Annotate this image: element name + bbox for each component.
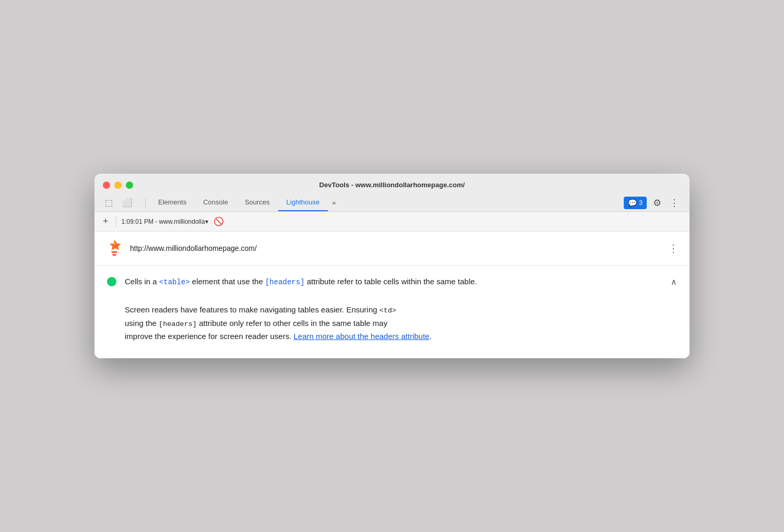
audit-title-part3: attribute refer to table cells within th… — [305, 277, 477, 286]
tabs-bar: ⬚ ⬜ Elements Console Sources Lighthouse … — [103, 194, 681, 211]
svg-rect-1 — [112, 251, 117, 253]
tab-icons: ⬚ ⬜ — [103, 196, 135, 210]
notifications-badge[interactable]: 💬 3 — [624, 197, 647, 209]
more-options-icon[interactable]: ⋮ — [668, 196, 681, 210]
titlebar: DevTools - www.milliondollarhomepage.com… — [94, 174, 690, 212]
desc-part2-prefix: using the — [125, 319, 159, 328]
settings-icon[interactable]: ⚙ — [651, 196, 663, 210]
chat-icon: 💬 — [628, 199, 637, 207]
select-icon[interactable]: ⬚ — [103, 196, 115, 210]
audit-description: Screen readers have features to make nav… — [94, 298, 690, 357]
badge-count: 3 — [639, 199, 643, 207]
window-title: DevTools - www.milliondollarhomepage.com… — [319, 181, 465, 189]
close-button[interactable] — [103, 182, 110, 189]
audit-title: Cells in a <table> element that use the … — [125, 276, 662, 288]
toolbar-divider — [116, 216, 116, 227]
audit-header[interactable]: Cells in a <table> element that use the … — [94, 265, 690, 298]
audit-title-part1: Cells in a — [125, 277, 159, 286]
report-url: http://www.milliondollarhomepage.com/ — [130, 244, 662, 252]
learn-more-link[interactable]: Learn more about the headers attribute — [294, 332, 430, 341]
desc-inline-code: [headers] — [159, 320, 197, 328]
device-icon[interactable]: ⬜ — [120, 196, 135, 210]
svg-marker-0 — [110, 240, 121, 250]
report-more-icon[interactable]: ⋮ — [668, 242, 679, 255]
traffic-lights — [103, 182, 133, 189]
svg-rect-2 — [112, 254, 116, 256]
audit-title-attr: [headers] — [265, 278, 305, 286]
tab-icon-divider — [145, 198, 146, 208]
tab-console[interactable]: Console — [195, 194, 236, 211]
audit-chevron-icon[interactable]: ∧ — [671, 277, 677, 287]
desc-code: <td> — [379, 307, 396, 315]
tab-elements[interactable]: Elements — [150, 194, 195, 211]
audit-title-tag: <table> — [159, 278, 190, 286]
tab-lighthouse[interactable]: Lighthouse — [278, 194, 328, 211]
tab-sources[interactable]: Sources — [236, 194, 278, 211]
report-row: http://www.milliondollarhomepage.com/ ⋮ — [94, 232, 690, 265]
more-tabs-button[interactable]: » — [328, 195, 340, 211]
devtools-window: DevTools - www.milliondollarhomepage.com… — [94, 174, 690, 358]
add-button[interactable]: + — [101, 215, 111, 228]
lighthouse-logo-icon — [105, 239, 124, 258]
desc-part1: Screen readers have features to make nav… — [125, 305, 379, 314]
desc-end: . — [430, 332, 432, 341]
desc-part4: improve the experience for screen reader… — [125, 332, 294, 341]
content-area: http://www.milliondollarhomepage.com/ ⋮ … — [94, 232, 690, 358]
audit-pass-dot — [107, 277, 116, 286]
clear-button[interactable]: 🚫 — [213, 216, 224, 226]
audit-item: Cells in a <table> element that use the … — [94, 265, 690, 358]
toolbar: + 1:09:01 PM - www.milliondolla▾ 🚫 — [94, 212, 690, 232]
minimize-button[interactable] — [114, 182, 122, 189]
toolbar-url[interactable]: 1:09:01 PM - www.milliondolla▾ — [122, 218, 208, 225]
desc-part3-suffix: attribute only refer to other cells in t… — [197, 319, 387, 328]
audit-title-part2: element that use the — [190, 277, 265, 286]
maximize-button[interactable] — [126, 182, 133, 189]
tabs-right: 💬 3 ⚙ ⋮ — [624, 196, 681, 210]
